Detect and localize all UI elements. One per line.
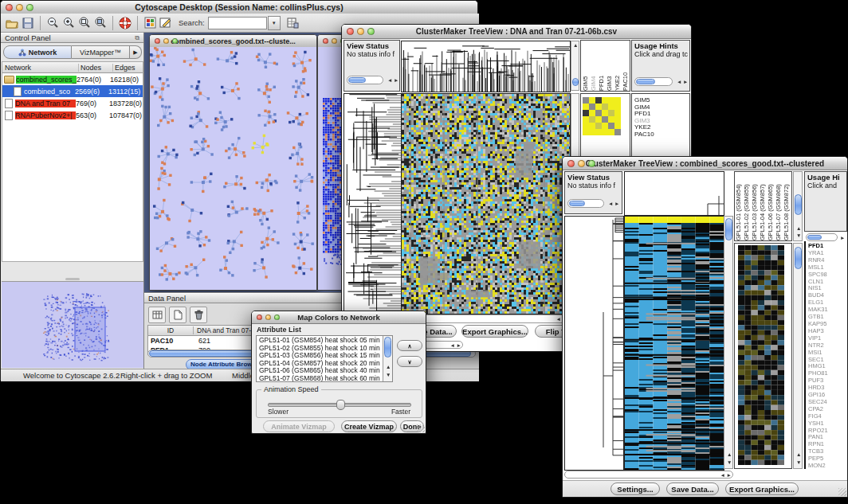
main-titlebar[interactable]: Cytoscape Desktop (Session Name: collins… (1, 1, 477, 14)
close-icon[interactable] (6, 4, 13, 11)
network-canvas[interactable] (150, 47, 316, 290)
zoom-in-icon[interactable] (61, 15, 77, 30)
control-panel-tabs: Network VizMapper™ ▶ (3, 45, 142, 59)
network-list-item[interactable]: combined_scores_2764(0)16218(0) (2, 73, 143, 85)
tv1-mini-vscrollbar[interactable]: ▲ (571, 41, 579, 91)
minimize-icon[interactable] (16, 4, 23, 11)
resize-grip[interactable] (417, 424, 425, 432)
network-overview[interactable] (2, 281, 143, 368)
network-list-item[interactable]: DNA and Tran 07769(0)183728(0) (2, 97, 143, 109)
tv1-row-dendrogram[interactable] (344, 93, 402, 315)
tv2-settings-button[interactable]: Settings... (610, 483, 660, 495)
zoom-window-icon[interactable] (367, 28, 375, 35)
table-export-icon[interactable] (285, 15, 301, 30)
attribute-select-icon[interactable] (148, 307, 166, 323)
tv2-hscrollbar[interactable]: ◄► (564, 471, 733, 479)
save-session-icon[interactable] (20, 15, 36, 30)
resize-grip[interactable] (838, 488, 846, 496)
desktop: Cytoscape Desktop (Session Name: collins… (0, 0, 848, 504)
axis-label: GPL51-07 (GSM868) (775, 172, 783, 240)
move-down-button[interactable]: ∨ (397, 356, 422, 367)
minimize-icon[interactable] (265, 315, 271, 320)
scroll-left-icon[interactable]: ◄ (677, 80, 681, 85)
attribute-list: GPL51-01 (GSM854) heat shock 05 minGPL51… (256, 335, 393, 382)
scroll-right-icon[interactable]: ► (840, 236, 845, 241)
open-session-icon[interactable] (4, 15, 20, 30)
tv1-column-labels: GIM5GIM4PFD1GIM3YKE2PAC10 (580, 40, 630, 92)
float-panel-icon[interactable]: ⧉ (135, 34, 139, 42)
create-vizmap-button[interactable]: Create Vizmap (341, 420, 397, 432)
minimize-icon[interactable] (332, 38, 337, 44)
delete-attribute-icon[interactable] (190, 307, 207, 323)
move-up-button[interactable]: ∧ (397, 340, 422, 351)
tv1-zoom-hscrollbar[interactable]: ◄► (423, 341, 463, 349)
network-list-item[interactable]: RNAPuberNov2+|563(0)107847(0) (2, 109, 143, 121)
zoom-window-icon[interactable] (26, 4, 33, 11)
zoom-window-icon[interactable] (172, 38, 178, 44)
close-icon[interactable] (567, 160, 575, 167)
close-icon[interactable] (347, 28, 354, 35)
tv1-zoom-heatmap[interactable] (583, 97, 621, 135)
minimize-icon[interactable] (163, 38, 169, 44)
treeview2-titlebar[interactable]: ClusterMaker TreeView : combined_scores_… (563, 157, 847, 170)
tv2-export-graphics-button[interactable]: Export Graphics... (725, 483, 799, 495)
zoom-window-icon[interactable] (588, 160, 595, 167)
zoom-out-icon[interactable] (45, 15, 61, 30)
scroll-right-icon[interactable]: ► (394, 78, 398, 84)
close-icon[interactable] (155, 38, 160, 44)
tab-network[interactable]: Network (3, 45, 72, 59)
network-view-titlebar[interactable]: combined_scores_good.txt--cluste... (150, 35, 316, 48)
tab-overflow-button[interactable]: ▶ (130, 45, 142, 59)
scroll-right-icon[interactable]: ► (683, 80, 688, 85)
animation-speed-slider[interactable] (268, 400, 411, 408)
zoom-fit-icon[interactable] (77, 15, 92, 30)
plugin-manager-icon[interactable] (142, 15, 158, 30)
usage-hints-scrollbar[interactable] (634, 77, 673, 86)
tv2-heatmap[interactable] (624, 216, 724, 471)
minimize-icon[interactable] (357, 28, 364, 35)
tv2-save-data-button[interactable]: Save Data... (666, 483, 719, 495)
tv2-heatmap-vscrollbar[interactable]: ▲▼ (724, 216, 733, 469)
treeview1-titlebar[interactable]: ClusterMaker TreeView : DNA and Tran 07-… (342, 25, 691, 39)
tv2-zoom-vscrollbar[interactable]: ▲▼ (793, 243, 803, 469)
treeview2-window: ClusterMaker TreeView : combined_scores_… (562, 156, 848, 498)
status-hint-zoom: Right-click + drag to ZOOM (120, 371, 212, 380)
scroll-left-icon[interactable]: ◄ (387, 78, 392, 84)
help-lifesaver-icon[interactable] (117, 15, 133, 30)
network-overview-canvas[interactable] (2, 282, 143, 368)
tv1-column-dendrogram[interactable] (401, 41, 571, 92)
network-list-item[interactable]: combined_sco2569(6)13112(15) (2, 85, 143, 97)
scroll-left-icon[interactable]: ◄ (556, 317, 561, 322)
close-icon[interactable] (323, 38, 328, 44)
close-icon[interactable] (257, 315, 262, 320)
tv2-usage-scrollbar[interactable] (806, 233, 838, 241)
attribute-list-item[interactable]: GPL51-07 (GSM868) heat shock 60 min (257, 375, 382, 383)
data-panel-title: Data Panel (148, 294, 186, 303)
tv1-heatmap[interactable] (401, 93, 571, 315)
minimize-icon[interactable] (578, 160, 585, 167)
scroll-left-icon[interactable]: ◄ (608, 201, 613, 207)
tv1-export-graphics-button[interactable]: Export Graphics... (461, 325, 528, 338)
tab-vizmapper[interactable]: VizMapper™ (72, 45, 130, 59)
dialog-titlebar[interactable]: Map Colors to Network (252, 311, 426, 324)
zoom-selected-icon[interactable] (92, 15, 108, 30)
tv2-view-status: View Status No status info f ◄ ► (564, 171, 622, 214)
slider-thumb-icon[interactable] (336, 400, 345, 410)
tv2-usage-hints: Usage Hi Click and (804, 171, 847, 232)
tv2-row-dendrogram[interactable] (564, 216, 624, 471)
tv2-zoom-heatmap[interactable] (738, 245, 784, 465)
window-controls[interactable] (6, 4, 33, 11)
animate-vizmap-button[interactable]: Animate Vizmap (263, 420, 335, 432)
scroll-right-icon[interactable]: ► (614, 201, 619, 207)
search-input[interactable] (208, 17, 267, 29)
new-attribute-icon[interactable] (169, 307, 186, 323)
attribute-list-vscrollbar[interactable]: ▲▼ (383, 336, 392, 381)
search-dropdown-button[interactable]: ▼ (268, 16, 281, 30)
tv2-labels-vscrollbar[interactable]: ▲▼ (793, 171, 803, 241)
map-colors-dialog: Map Colors to Network Attribute List GPL… (251, 311, 426, 434)
view-status-scrollbar[interactable] (347, 76, 383, 84)
tv2-column-dendrogram[interactable] (624, 171, 724, 216)
zoom-window-icon[interactable] (274, 315, 280, 320)
annotation-icon[interactable] (158, 15, 174, 30)
view-status-scrollbar[interactable] (567, 199, 604, 208)
